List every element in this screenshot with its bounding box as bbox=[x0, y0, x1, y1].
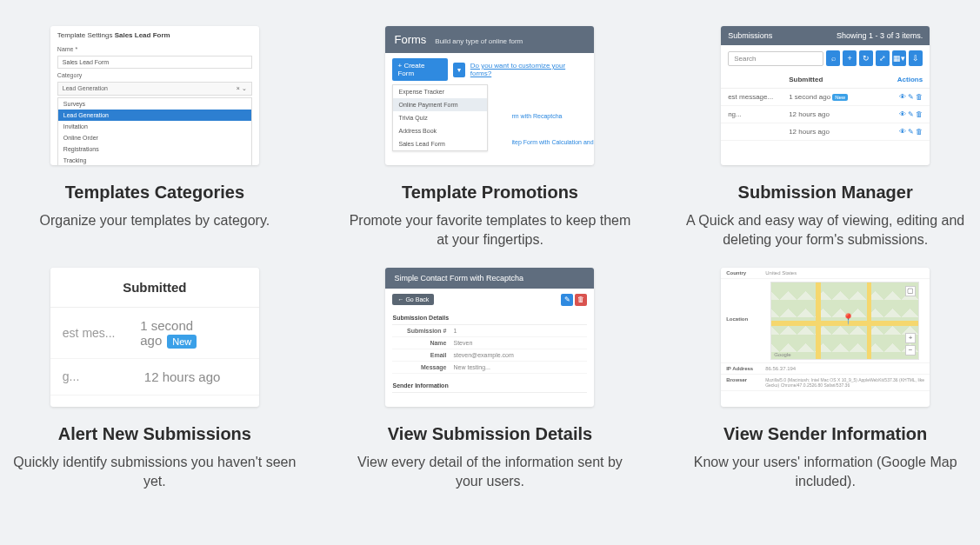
thumb-view-submission-details: Simple Contact Form with Recaptcha ← Go … bbox=[385, 268, 594, 407]
map-pin-icon: 📍 bbox=[842, 313, 855, 325]
thumb2-snippet-1: rm with Recaptcha bbox=[511, 113, 562, 119]
edit-icon[interactable]: ✎ bbox=[908, 110, 914, 118]
thumb3-table-head: Submitted Actions bbox=[721, 71, 930, 89]
thumb1-category-option[interactable]: Lead Generation bbox=[58, 110, 251, 121]
search-icon[interactable]: ⌕ bbox=[826, 50, 840, 66]
cell-text: est message... bbox=[728, 93, 789, 101]
thumb6-ip-row: IP Address 86.56.37.194 bbox=[721, 363, 930, 375]
feature-alert-new-submissions: Submitted est mes...1 second agoNewg...1… bbox=[9, 268, 301, 492]
table-row[interactable]: est mes...1 second agoNew bbox=[50, 308, 259, 359]
map-widget[interactable]: 📍 ▢ + − Google bbox=[770, 282, 919, 360]
feature-title: Templates Categories bbox=[65, 183, 244, 203]
cell-text: est mes... bbox=[63, 326, 128, 340]
table-row[interactable]: 12 hours ago bbox=[50, 395, 259, 407]
feature-title: View Submission Details bbox=[388, 424, 592, 444]
add-icon[interactable]: + bbox=[843, 50, 857, 66]
refresh-icon[interactable]: ↻ bbox=[859, 50, 873, 66]
thumb2-dropdown-item[interactable]: Address Book bbox=[393, 124, 487, 137]
google-watermark: Google bbox=[774, 352, 790, 357]
cell-submitted: 1 second agoNew bbox=[140, 318, 247, 348]
table-row[interactable]: g...12 hours ago bbox=[50, 359, 259, 395]
detail-key: Message bbox=[392, 364, 453, 370]
delete-icon[interactable]: 🗑 bbox=[575, 294, 587, 306]
feature-desc: Organize your templates by category. bbox=[39, 211, 270, 230]
thumb3-bar-count: Showing 1 - 3 of 3 items. bbox=[837, 31, 923, 40]
feature-title: View Sender Information bbox=[723, 424, 927, 444]
new-badge: New bbox=[832, 94, 848, 101]
thumb5-bar: Simple Contact Form with Recaptcha bbox=[385, 268, 594, 289]
delete-icon[interactable]: 🗑 bbox=[916, 128, 923, 136]
thumb2-dropdown-item[interactable]: Trivia Quiz bbox=[393, 111, 487, 124]
thumb2-dropdown[interactable]: Expense TrackerOnline Payment FormTrivia… bbox=[392, 84, 488, 151]
create-form-dropdown-toggle[interactable]: ▾ bbox=[453, 63, 465, 77]
delete-icon[interactable]: 🗑 bbox=[916, 110, 923, 118]
thumb4-head: Submitted bbox=[50, 268, 259, 308]
detail-value: Steven bbox=[453, 340, 472, 346]
delete-icon[interactable]: 🗑 bbox=[916, 93, 923, 101]
thumb6-ip-v: 86.56.37.194 bbox=[765, 366, 924, 371]
thumb2-snippet-2: itep Form with Calculation and bbox=[511, 139, 593, 145]
eye-icon[interactable]: 👁 bbox=[899, 128, 906, 136]
thumb1-category-label: Category bbox=[50, 70, 259, 80]
thumb5-section2: Sender Information bbox=[392, 379, 587, 393]
thumb1-category-option[interactable]: Surveys bbox=[58, 98, 251, 110]
detail-row: NameSteven bbox=[392, 337, 587, 349]
cell-text: ng... bbox=[728, 110, 789, 118]
search-input[interactable]: Search bbox=[728, 51, 823, 66]
thumb1-name-input[interactable]: Sales Lead Form bbox=[57, 56, 252, 69]
zoom-square-icon[interactable]: ▢ bbox=[905, 286, 916, 296]
table-row[interactable]: 12 hours ago👁✎🗑 bbox=[721, 123, 930, 141]
zoom-in-icon[interactable]: + bbox=[905, 333, 916, 343]
thumb-template-promotions: Forms Build any type of online form + Cr… bbox=[385, 26, 594, 165]
detail-value: steven@example.com bbox=[453, 352, 513, 358]
eye-icon[interactable]: 👁 bbox=[899, 93, 906, 101]
cell-submitted: 12 hours ago bbox=[144, 369, 221, 384]
thumb1-header-bold: Sales Lead Form bbox=[115, 31, 170, 39]
feature-submission-manager: Submissions Showing 1 - 3 of 3 items. Se… bbox=[679, 26, 971, 250]
thumb-alert-new-submissions: Submitted est mes...1 second agoNewg...1… bbox=[50, 268, 259, 407]
edit-icon[interactable]: ✎ bbox=[908, 93, 914, 101]
detail-value: New testing... bbox=[453, 364, 490, 370]
cell-actions: 👁✎🗑 bbox=[888, 128, 923, 136]
zoom-out-icon[interactable]: − bbox=[905, 345, 916, 356]
edit-icon[interactable]: ✎ bbox=[908, 128, 914, 136]
feature-view-sender-information: Country United States Location 📍 ▢ + − G… bbox=[679, 268, 971, 492]
cell-actions: 👁✎🗑 bbox=[888, 110, 923, 118]
thumb1-category-option[interactable]: Invitation bbox=[58, 121, 251, 132]
thumb-templates-categories: Template Settings Sales Lead Form Name *… bbox=[50, 26, 259, 165]
grid-icon[interactable]: ▦▾ bbox=[892, 50, 906, 66]
thumb2-dropdown-item[interactable]: Expense Tracker bbox=[393, 85, 487, 98]
feature-title: Template Promotions bbox=[402, 183, 578, 203]
thumb6-location-k: Location bbox=[726, 282, 765, 322]
edit-icon[interactable]: ✎ bbox=[561, 294, 573, 306]
thumb2-dropdown-item[interactable]: Online Payment Form bbox=[393, 98, 487, 111]
feature-desc: Quickly identify submissions you haven't… bbox=[9, 453, 301, 492]
feature-desc: A Quick and easy way of viewing, editing… bbox=[679, 211, 971, 250]
feature-title: Alert New Submissions bbox=[58, 424, 251, 444]
thumb1-category-option[interactable]: Tracking bbox=[58, 155, 251, 165]
thumb1-category-option[interactable]: Registrations bbox=[58, 143, 251, 155]
eye-icon[interactable]: 👁 bbox=[899, 110, 906, 118]
thumb-submission-manager: Submissions Showing 1 - 3 of 3 items. Se… bbox=[721, 26, 930, 165]
expand-icon[interactable]: ⤢ bbox=[876, 50, 890, 66]
download-icon[interactable]: ⇩ bbox=[909, 50, 923, 66]
thumb1-category-select[interactable]: Lead Generation × ⌄ bbox=[57, 82, 252, 96]
feature-template-promotions: Forms Build any type of online form + Cr… bbox=[344, 26, 637, 250]
cell-submitted: 12 hours ago bbox=[144, 406, 221, 407]
col-submitted: Submitted bbox=[789, 76, 888, 83]
thumb2-dropdown-item[interactable]: Sales Lead Form bbox=[393, 137, 487, 150]
thumb1-category-list[interactable]: SurveysLead GenerationInvitationOnline O… bbox=[57, 97, 252, 165]
chevron-down-icon: × ⌄ bbox=[237, 85, 247, 92]
table-row[interactable]: est message...1 second agoNew👁✎🗑 bbox=[721, 89, 930, 106]
detail-row: MessageNew testing... bbox=[392, 362, 587, 374]
customize-forms-link[interactable]: Do you want to customize your forms? bbox=[470, 62, 588, 77]
cell-submitted: 12 hours ago bbox=[789, 128, 888, 136]
create-form-button[interactable]: + Create Form bbox=[392, 58, 447, 81]
thumb1-header: Template Settings Sales Lead Form bbox=[50, 26, 259, 44]
table-row[interactable]: ng...12 hours ago👁✎🗑 bbox=[721, 106, 930, 123]
go-back-button[interactable]: ← Go Back bbox=[392, 294, 434, 305]
detail-key: Submission # bbox=[392, 328, 453, 334]
cell-text: g... bbox=[63, 369, 132, 383]
col-actions: Actions bbox=[888, 76, 923, 83]
thumb1-category-option[interactable]: Online Order bbox=[58, 132, 251, 143]
